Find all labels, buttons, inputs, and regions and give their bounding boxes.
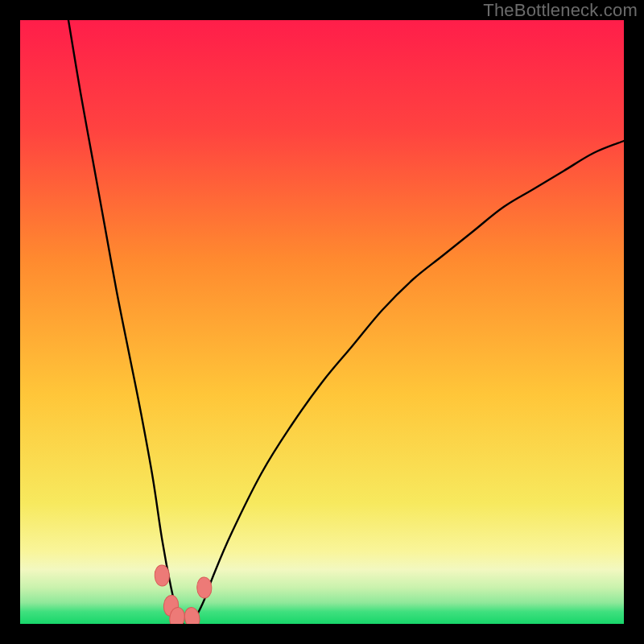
bottleneck-curve — [20, 20, 624, 624]
curve-marker — [155, 565, 170, 587]
curve-marker — [196, 577, 212, 599]
plot-area — [20, 20, 624, 624]
curve-marker — [184, 606, 201, 624]
watermark-text: TheBottleneck.com — [483, 0, 638, 21]
